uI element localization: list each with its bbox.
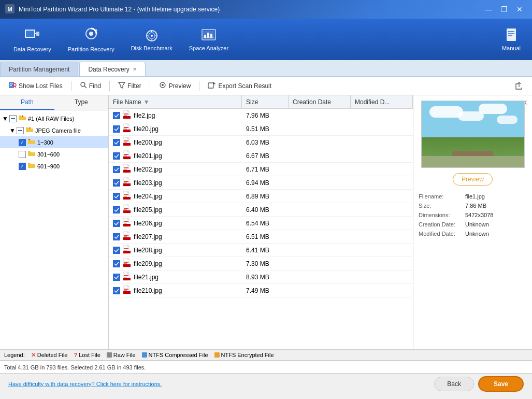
table-row[interactable]: file201.jpg 6.67 MB <box>109 149 413 163</box>
export-scan-result-button[interactable]: Export Scan Result <box>204 79 276 92</box>
file-checkbox[interactable] <box>113 193 120 200</box>
lost-label: Lost File <box>79 352 100 358</box>
table-row[interactable]: file21.jpg 8.93 MB <box>109 270 413 284</box>
svg-rect-92 <box>124 263 127 264</box>
file-checkbox[interactable] <box>113 274 120 281</box>
file-checkbox[interactable] <box>113 125 120 133</box>
restore-button[interactable]: ❐ <box>497 3 511 16</box>
table-row[interactable]: file209.jpg 7.30 MB <box>109 257 413 270</box>
file-type-icon <box>122 191 132 202</box>
file-checkbox[interactable] <box>113 220 120 227</box>
help-link[interactable]: Have difficulty with data recovery? Clic… <box>8 381 430 387</box>
tree-checkbox-601-900[interactable]: ✓ <box>19 163 26 170</box>
tree-item-601-900[interactable]: ✓ 601~900 <box>0 160 108 172</box>
preview-action-button[interactable]: Preview <box>453 173 493 186</box>
tree-checkbox-all-raw[interactable] <box>9 115 17 122</box>
file-size: 7.96 MB <box>246 112 269 119</box>
file-checkbox[interactable] <box>113 260 120 267</box>
file-size: 6.40 MB <box>246 206 269 213</box>
file-checkbox[interactable] <box>113 247 120 254</box>
svg-rect-21 <box>507 28 516 41</box>
tab-data-recovery[interactable]: Data Recovery ✕ <box>79 62 145 76</box>
col-header-modified[interactable]: Modified D... <box>351 95 413 108</box>
toolbar-space-analyzer[interactable]: Space Analyzer <box>181 23 237 55</box>
tree-item-1-300[interactable]: ✓ 1~300 <box>0 136 108 148</box>
table-row[interactable]: file205.jpg 6.40 MB <box>109 203 413 217</box>
find-button[interactable]: Find <box>76 79 105 92</box>
preview-label: Preview <box>169 82 191 90</box>
file-size: 6.51 MB <box>246 233 269 240</box>
file-checkbox[interactable] <box>113 287 120 294</box>
tree-item-301-600[interactable]: 301~600 <box>0 148 108 160</box>
table-row[interactable]: file204.jpg 6.89 MB <box>109 190 413 203</box>
tree-item-jpeg-camera[interactable]: ▼ JPEG Camera file <box>0 124 108 136</box>
tree-checkbox-301-600[interactable] <box>19 151 26 158</box>
save-button[interactable]: Save <box>478 376 524 392</box>
file-type-icon <box>122 177 132 188</box>
table-row[interactable]: file2.jpg 7.96 MB <box>109 109 413 122</box>
table-row[interactable]: file203.jpg 6.94 MB <box>109 176 413 190</box>
toolbar-partition-recovery[interactable]: Partition Recovery <box>60 22 123 56</box>
sep3 <box>150 81 150 91</box>
file-type-icon <box>122 204 132 215</box>
legend-deleted: ✕ Deleted File <box>31 352 68 359</box>
tree-label-1-300: 1~300 <box>37 139 53 146</box>
file-name-cell: file202.jpg <box>109 164 242 175</box>
show-lost-files-button[interactable]: Show Lost Files <box>4 79 67 93</box>
filelist-scroll[interactable]: file2.jpg 7.96 MB <box>109 109 413 349</box>
file-checkbox[interactable] <box>113 112 120 119</box>
preview-button[interactable]: Preview <box>154 79 195 92</box>
share-button[interactable] <box>510 79 528 93</box>
col-header-name[interactable]: File Name ▼ <box>109 95 242 108</box>
tree-item-all-raw[interactable]: ▼ #1 (All RAW Files) <box>0 112 108 124</box>
toolbar-disk-benchmark[interactable]: Disk Benchmark <box>123 23 181 55</box>
tree-checkbox-jpeg[interactable] <box>17 127 24 134</box>
file-checkbox[interactable] <box>113 233 120 240</box>
file-type-icon <box>122 218 132 229</box>
table-row[interactable]: file210.jpg 7.49 MB <box>109 284 413 297</box>
svg-rect-56 <box>124 142 127 143</box>
file-name-cell: file203.jpg <box>109 177 242 188</box>
table-row[interactable]: file208.jpg 6.41 MB <box>109 244 413 257</box>
close-button[interactable]: ✕ <box>512 3 527 16</box>
col-header-created[interactable]: Creation Date <box>289 95 351 108</box>
manual-button[interactable]: Manual <box>496 23 527 55</box>
svg-rect-37 <box>19 117 26 120</box>
file-name: file201.jpg <box>134 152 162 160</box>
cloud-2 <box>458 111 484 121</box>
file-checkbox[interactable] <box>113 166 120 173</box>
file-type-icon <box>122 110 132 121</box>
export-scan-result-label: Export Scan Result <box>218 82 271 90</box>
file-checkbox[interactable] <box>113 152 120 160</box>
col-header-size[interactable]: Size <box>242 95 289 108</box>
type-tab[interactable]: Type <box>54 95 109 110</box>
tab-partition-management[interactable]: Partition Management <box>0 62 78 76</box>
svg-rect-64 <box>124 169 127 170</box>
file-size: 6.03 MB <box>246 139 269 146</box>
toolbar-data-recovery[interactable]: Data Recovery <box>5 22 60 56</box>
svg-rect-51 <box>124 127 128 128</box>
svg-rect-83 <box>124 235 128 236</box>
tree-checkbox-1-300[interactable]: ✓ <box>19 139 26 146</box>
panel-tabs: Path Type <box>0 95 108 110</box>
filter-button[interactable]: Filter <box>114 79 146 92</box>
table-row[interactable]: file206.jpg 6.54 MB <box>109 217 413 230</box>
svg-rect-39 <box>18 130 22 131</box>
raw-icon <box>107 352 112 358</box>
table-row[interactable]: file202.jpg 6.71 MB <box>109 163 413 176</box>
file-checkbox[interactable] <box>113 206 120 213</box>
data-recovery-icon <box>24 26 40 44</box>
table-row[interactable]: file200.jpg 6.03 MB <box>109 136 413 149</box>
tab-partition-management-label: Partition Management <box>9 66 69 73</box>
path-tab[interactable]: Path <box>0 95 54 110</box>
file-checkbox[interactable] <box>113 139 120 146</box>
file-checkbox[interactable] <box>113 179 120 187</box>
table-row[interactable]: file207.jpg 6.51 MB <box>109 230 413 244</box>
info-row-dimensions: Dimensions: 5472x3078 <box>419 210 527 220</box>
minimize-button[interactable]: — <box>481 3 496 16</box>
back-button[interactable]: Back <box>434 377 474 391</box>
svg-rect-40 <box>26 129 33 132</box>
svg-rect-55 <box>124 140 128 141</box>
tab-close-icon[interactable]: ✕ <box>133 66 137 72</box>
table-row[interactable]: file20.jpg 9.51 MB <box>109 122 413 136</box>
